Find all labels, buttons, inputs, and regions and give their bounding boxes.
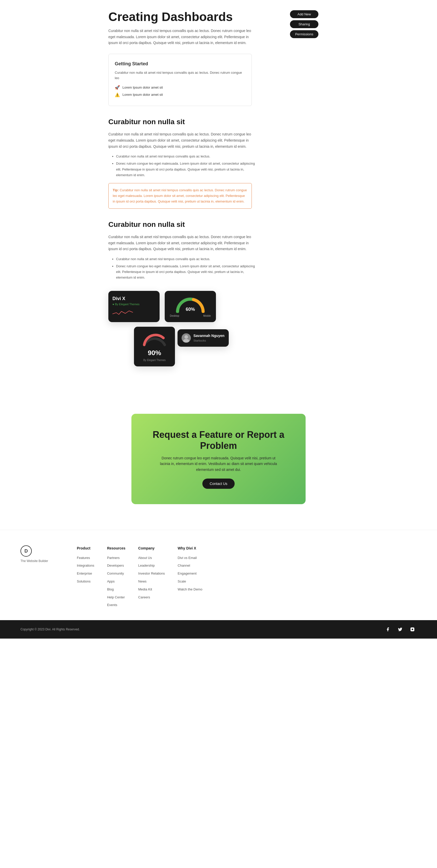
profile-info: Savannah Nguyen Starbucks [194,333,224,343]
section2-bullets: Curabitur non nulla sit amet nisl tempus… [116,256,260,280]
gs-item-2-text: Lorem Ipsum dolor amet sit [122,92,163,98]
footer-col-product-links: Features Integrations Enterprise Solutio… [77,555,94,584]
cta-text: Donec rutrum congue leo eget malesuada. … [159,455,278,472]
widget-divi-x: Divi X ● By Elegant Themes [108,291,159,322]
footer-link-scale[interactable]: Scale [178,580,186,583]
section2-text: Curabitur non nulla sit amet nisl tempus… [108,234,252,252]
contact-us-button[interactable]: Contact Us [202,478,234,489]
permissions-button[interactable]: Permissions [290,30,318,38]
footer-link-investor[interactable]: Investor Relations [138,571,165,575]
add-new-button[interactable]: Add New [290,10,318,18]
page-subtitle: Curabitur non nulla sit amet nisl tempus… [108,28,252,46]
footer-link-watch-demo[interactable]: Watch the Demo [178,587,202,591]
footer-link-news[interactable]: News [138,580,147,583]
footer-link-engagement[interactable]: Engagement [178,571,197,575]
footer-link-enterprise[interactable]: Enterprise [77,571,92,575]
footer-col-company-links: About Us Leadership Investor Relations N… [138,555,165,600]
footer-logo: D [21,546,32,557]
gs-title: Getting Started [115,60,245,68]
footer-link-apps[interactable]: Apps [107,580,115,583]
footer-link-partners[interactable]: Partners [107,556,120,560]
footer-col-company-heading: Company [138,546,165,551]
footer-link-careers[interactable]: Careers [138,595,150,599]
divi-x-subtitle: ● By Elegant Themes [112,302,155,307]
main-content: Add New Sharing Permissions Creating Das… [103,0,334,388]
footer-link-leadership[interactable]: Leadership [138,564,155,567]
sharing-button[interactable]: Sharing [290,20,318,28]
footer-col-product: Product Features Integrations Enterprise… [77,546,94,610]
gs-item-1-text: Lorem Ipsum dolor amet sit [122,85,163,90]
footer-link-help-center[interactable]: Help Center [107,595,125,599]
gs-item-2: ⚠️ Lorem Ipsum dolor amet sit [115,92,245,98]
footer-col-why-divi-heading: Why Divi X [178,546,202,551]
section1: Curabitur non nulla sit Curabitur non nu… [108,116,329,209]
facebook-icon[interactable] [384,625,392,633]
section2: Curabitur non nulla sit Curabitur non nu… [108,219,329,281]
footer-copyright: Copyright © 2023 Divi. All Rights Reserv… [21,627,80,632]
section1-title: Curabitur non nulla sit [108,116,329,128]
cta-section: Request a Feature or Report a Problem Do… [132,414,305,504]
section1-bullets: Curabitur non nulla sit amet nisl tempus… [116,154,260,178]
widget-percent: 90% By Elegant Themes [134,327,175,367]
footer-brand: D The Website Builder [21,546,61,610]
page-wrapper: Add New Sharing Permissions Creating Das… [0,0,437,639]
footer-link-about[interactable]: About Us [138,556,152,560]
footer-link-solutions[interactable]: Solutions [77,580,90,583]
svg-text:60%: 60% [186,307,195,312]
bullet-item: Curabitur non nulla sit amet nisl tempus… [116,154,260,159]
divi-x-chart [112,309,133,316]
percent-chart [142,331,167,346]
bullet-item: Donec rutrum congue leo eget malesuada. … [116,161,260,178]
footer-link-community[interactable]: Community [107,571,124,575]
widget-profile: Savannah Nguyen Starbucks [177,329,229,347]
footer-col-product-heading: Product [77,546,94,551]
profile-avatar [182,333,191,343]
footer-col-why-divi-links: Divi vs Email Channel Engagement Scale W… [178,555,202,592]
toolbar-buttons: Add New Sharing Permissions [290,10,318,38]
tip-text: Tip: Tip: Curabitur non nulla sit amet n… [113,187,247,204]
widgets-section: Divi X ● By Elegant Themes [108,291,329,363]
twitter-icon[interactable] [396,625,404,633]
footer-link-events[interactable]: Events [107,603,117,607]
footer-link-divi-vs-email[interactable]: Divi vs Email [178,556,197,560]
profile-name: Savannah Nguyen [194,333,224,339]
gauge-label-right: Mobile [203,314,211,318]
widget-gauge: 60% Desktop Mobile [165,291,216,322]
section2-title: Curabitur non nulla sit [108,219,329,230]
footer-col-company: Company About Us Leadership Investor Rel… [138,546,165,610]
footer-col-why-divi: Why Divi X Divi vs Email Channel Engagem… [178,546,202,610]
widgets-grid: Divi X ● By Elegant Themes [108,291,252,363]
instagram-icon[interactable] [408,625,416,633]
divi-x-title: Divi X [112,295,155,302]
percent-num: 90% [138,348,171,359]
gauge-chart: 60% [175,295,206,313]
gs-subtitle: Curabitur non nulla sit amet nisl tempus… [115,70,245,81]
footer-link-blog[interactable]: Blog [107,587,114,591]
footer-link-developers[interactable]: Developers [107,564,124,567]
gauge-labels: Desktop Mobile [170,314,211,318]
social-icons [384,625,416,633]
warning-icon: ⚠️ [115,92,120,98]
rocket-icon: 🚀 [115,85,120,90]
avatar-image [182,333,191,343]
footer-col-resources: Resources Partners Developers Community … [107,546,125,610]
section1-text: Curabitur non nulla sit amet nisl tempus… [108,131,252,150]
footer-col-resources-heading: Resources [107,546,125,551]
footer-link-media-kit[interactable]: Media Kit [138,587,152,591]
footer-link-features[interactable]: Features [77,556,90,560]
profile-company: Starbucks [194,339,224,343]
gauge-label-left: Desktop [170,314,179,318]
footer-tagline: The Website Builder [21,559,61,564]
footer-col-resources-links: Partners Developers Community Apps Blog … [107,555,125,608]
getting-started-card: Getting Started Curabitur non nulla sit … [108,54,252,106]
footer-link-integrations[interactable]: Integrations [77,564,94,567]
svg-point-2 [184,335,188,339]
footer-bottom: Copyright © 2023 Divi. All Rights Reserv… [0,620,437,639]
percent-by: By Elegant Themes [138,358,171,362]
bullet-item: Donec rutrum congue leo eget malesuada. … [116,264,260,280]
tip-box: Tip: Tip: Curabitur non nulla sit amet n… [108,183,252,209]
cta-wrapper: Request a Feature or Report a Problem Do… [0,388,437,530]
gs-item-1: 🚀 Lorem Ipsum dolor amet sit [115,85,245,90]
footer-link-channel[interactable]: Channel [178,564,190,567]
bullet-item: Curabitur non nulla sit amet nisl tempus… [116,256,260,262]
